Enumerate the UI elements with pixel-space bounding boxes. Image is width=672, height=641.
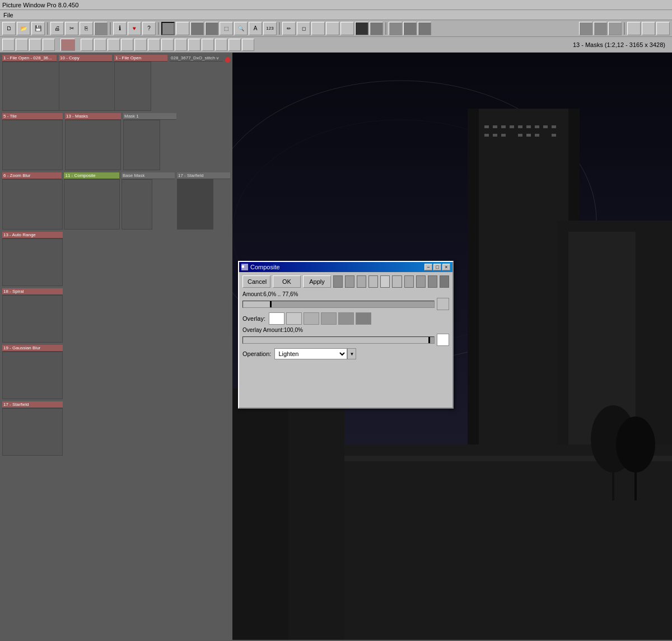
save-button[interactable]: 💾 <box>31 22 45 35</box>
close-button[interactable]: × <box>442 264 450 270</box>
fill-btn[interactable] <box>355 22 368 35</box>
brush-btn[interactable]: ✏ <box>282 22 296 35</box>
open-button[interactable]: 📂 <box>17 22 30 35</box>
new-button[interactable]: 🗋 <box>2 22 16 35</box>
node-file-open-1[interactable]: 1 - File Open - 028_36... <box>2 55 57 111</box>
small-btn-16[interactable] <box>215 39 227 51</box>
maximize-button[interactable]: □ <box>433 264 441 270</box>
heart-button[interactable]: ♥ <box>128 22 141 35</box>
small-btn-11[interactable] <box>148 39 160 51</box>
small-btn-18[interactable] <box>242 39 254 51</box>
small-btn-3[interactable] <box>29 39 41 51</box>
operation-label: Operation: <box>242 350 271 357</box>
small-btn-12[interactable] <box>161 39 174 51</box>
node-composite-11[interactable]: 11 - Composite <box>64 172 119 230</box>
line-btn[interactable] <box>311 22 325 35</box>
small-btn-1[interactable] <box>2 39 15 51</box>
overlay-amount-slider-track[interactable] <box>242 336 435 344</box>
preview-swatch-5[interactable] <box>380 275 390 288</box>
small-btn-13[interactable] <box>175 39 187 51</box>
node-starfield-17[interactable]: 17 - Starfield <box>177 172 230 230</box>
small-btn-17[interactable] <box>228 39 241 51</box>
amount-slider-thumb[interactable] <box>270 301 272 307</box>
extra-btn-3[interactable] <box>656 22 670 35</box>
node-tile-5[interactable]: 5 - Tile <box>2 113 63 170</box>
preview-swatch-7[interactable] <box>404 275 414 288</box>
node-base-mask[interactable]: Base Mask <box>122 172 175 230</box>
small-btn-2[interactable] <box>16 39 28 51</box>
ok-button[interactable]: OK <box>273 275 301 288</box>
num-btn[interactable]: 123 <box>263 22 277 35</box>
preview-swatch-2[interactable] <box>345 275 354 288</box>
cancel-button[interactable]: Cancel <box>242 275 270 288</box>
preview-swatch-8[interactable] <box>416 275 426 288</box>
preview-swatch-10[interactable] <box>440 275 449 288</box>
preview-swatch-4[interactable] <box>368 275 378 288</box>
overlay-swatch-1[interactable] <box>269 312 284 325</box>
tool-btn-4[interactable] <box>205 22 218 35</box>
small-btn-6[interactable] <box>81 39 93 51</box>
ellipse-btn[interactable] <box>340 22 354 35</box>
amount-slider-track[interactable] <box>242 301 435 308</box>
overlay-swatch-4[interactable] <box>321 312 337 325</box>
node-masks-13[interactable]: 13 - Masks <box>65 113 121 170</box>
preview-swatch-6[interactable] <box>392 275 402 288</box>
select-btn[interactable]: ⬚ <box>220 22 233 35</box>
text-btn[interactable]: A <box>249 22 262 35</box>
extra-btn-2[interactable] <box>642 22 655 35</box>
title-bar: Picture Window Pro 8.0.450 <box>0 0 672 10</box>
tool-btn-3[interactable] <box>190 22 204 35</box>
node-starfield-17b[interactable]: 17 - Starfield <box>2 401 63 456</box>
small-btn-9[interactable] <box>121 39 133 51</box>
small-btn-8[interactable] <box>108 39 120 51</box>
node-mask-1[interactable]: Mask 1 <box>123 113 176 170</box>
small-btn-7[interactable] <box>94 39 106 51</box>
minimize-button[interactable]: − <box>424 264 432 270</box>
operation-select[interactable]: Lighten Darken Multiply Screen Overlay <box>274 348 347 359</box>
small-btn-4[interactable] <box>43 39 55 51</box>
node-spiral-18[interactable]: 18 - Spiral <box>2 288 63 343</box>
overlay-amount-slider-thumb[interactable] <box>428 337 430 343</box>
small-btn-15[interactable] <box>202 39 214 51</box>
eyedropper-btn[interactable] <box>370 22 383 35</box>
tool-btn-1[interactable] <box>161 22 175 35</box>
tool-btn-2[interactable] <box>176 22 189 35</box>
menu-file[interactable]: File <box>3 12 13 18</box>
node-zoom-blur-6[interactable]: 6 - Zoom Blur <box>2 172 62 230</box>
overlay-swatch-6[interactable] <box>356 312 371 325</box>
overlay-swatches <box>269 312 371 325</box>
grid-btn-3[interactable] <box>608 22 622 35</box>
paste-button[interactable] <box>94 22 108 35</box>
preview-swatch-9[interactable] <box>428 275 437 288</box>
extra-btn-1[interactable] <box>627 22 641 35</box>
overlay-swatch-2[interactable] <box>286 312 302 325</box>
view-btn-2[interactable] <box>403 22 417 35</box>
operation-select-arrow[interactable]: ▼ <box>347 348 356 359</box>
grid-btn-2[interactable] <box>594 22 607 35</box>
node-file-open-1b[interactable]: 1 - File Open <box>114 55 167 111</box>
node-gaussian-blur-19[interactable]: 19 - Gaussian Blur <box>2 345 63 399</box>
zoom-btn[interactable]: 🔍 <box>234 22 248 35</box>
copy-button[interactable]: ⎘ <box>80 22 93 35</box>
small-btn-14[interactable] <box>188 39 200 51</box>
small-btn-10[interactable] <box>134 39 147 51</box>
node-copy-10[interactable]: 10 - Copy <box>59 55 112 111</box>
print-button[interactable]: 🖨 <box>50 22 64 35</box>
apply-button[interactable]: Apply <box>303 275 331 288</box>
view-btn-3[interactable] <box>418 22 431 35</box>
toolbar2-left <box>2 39 254 51</box>
overlay-swatch-5[interactable] <box>338 312 354 325</box>
rect-btn[interactable] <box>326 22 339 35</box>
preview-swatch-1[interactable] <box>333 275 343 288</box>
overlay-swatch-3[interactable] <box>304 312 319 325</box>
preview-swatch-3[interactable] <box>357 275 366 288</box>
eraser-btn[interactable]: ◻ <box>297 22 310 35</box>
node-auto-range-13[interactable]: 13 - Auto Range <box>2 232 63 286</box>
node-mask-1-preview <box>123 120 160 170</box>
grid-btn-1[interactable] <box>579 22 592 35</box>
info-button[interactable]: ℹ <box>113 22 127 35</box>
help-button[interactable]: ? <box>142 22 156 35</box>
cut-button[interactable]: ✂ <box>65 22 78 35</box>
view-btn-1[interactable] <box>389 22 402 35</box>
small-btn-5[interactable] <box>60 39 75 51</box>
